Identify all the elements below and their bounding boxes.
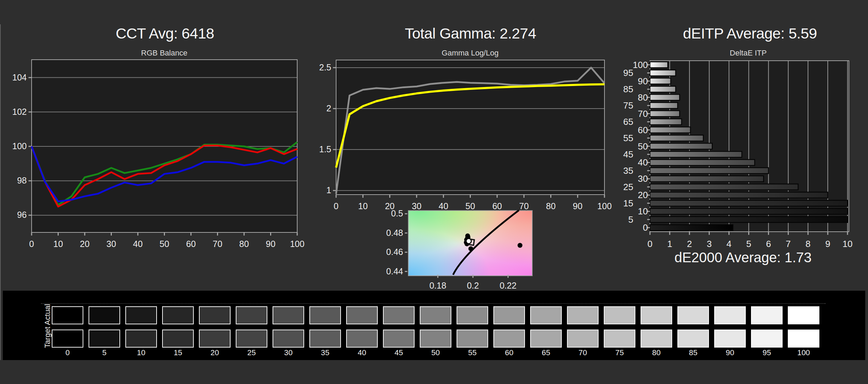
- svg-text:6: 6: [766, 239, 771, 249]
- strip-level-label: 75: [604, 348, 635, 357]
- swatch-actual-15: [162, 306, 194, 324]
- svg-text:25: 25: [623, 182, 633, 192]
- strip-level-label: 65: [530, 348, 562, 357]
- rgb-balance-chart: 96981001021040102030405060708090100: [12, 60, 304, 249]
- strip-level-label: 30: [273, 348, 304, 357]
- svg-text:10: 10: [638, 206, 648, 216]
- swatch-actual-50: [420, 306, 451, 324]
- strip-level-label: 70: [567, 348, 599, 357]
- strip-level-label: 10: [125, 348, 157, 357]
- swatch-target-25: [236, 330, 267, 348]
- strip-level-label: 15: [162, 348, 194, 357]
- deltae-bar-50: [650, 143, 712, 149]
- gamma-loglog-subtitle: Gamma Log/Log: [442, 49, 499, 58]
- strip-column-10: 10: [125, 291, 157, 360]
- svg-text:45: 45: [623, 149, 633, 160]
- svg-text:10: 10: [53, 239, 63, 249]
- strip-column-50: 50: [420, 291, 451, 360]
- svg-text:2.5: 2.5: [319, 62, 331, 72]
- svg-text:0.44: 0.44: [386, 266, 403, 276]
- strip-level-label: 80: [641, 348, 672, 357]
- rgb-balance-subtitle: RGB Balance: [141, 49, 187, 58]
- svg-text:15: 15: [623, 198, 633, 208]
- svg-text:0.5: 0.5: [391, 208, 403, 218]
- swatch-target-15: [162, 330, 194, 348]
- svg-text:96: 96: [17, 210, 27, 220]
- swatch-target-0: [52, 330, 83, 348]
- svg-text:75: 75: [623, 100, 633, 111]
- svg-text:95: 95: [623, 68, 633, 78]
- target-row-label: Target: [43, 327, 52, 348]
- de2000-average-label: dE2000 Average: 1.73: [674, 250, 811, 265]
- svg-text:40: 40: [133, 239, 143, 249]
- svg-text:5: 5: [628, 214, 633, 225]
- swatch-actual-95: [751, 306, 783, 324]
- window-edge-line: [0, 24, 1, 360]
- svg-text:65: 65: [623, 117, 633, 127]
- swatch-actual-35: [309, 306, 341, 324]
- svg-text:20: 20: [638, 190, 648, 200]
- svg-text:1.5: 1.5: [319, 144, 331, 154]
- svg-text:35: 35: [623, 165, 633, 176]
- gamma-chart: 11.522.50102030405060708090100: [319, 60, 612, 211]
- svg-text:102: 102: [12, 107, 27, 117]
- swatch-actual-5: [89, 306, 120, 324]
- svg-text:100: 100: [12, 141, 27, 151]
- deltae-bar-30: [650, 176, 763, 182]
- deltae-bar-15: [650, 200, 848, 206]
- svg-text:7: 7: [786, 239, 791, 249]
- svg-text:60: 60: [186, 239, 196, 249]
- swatch-target-90: [714, 330, 746, 348]
- svg-text:1: 1: [667, 239, 672, 249]
- svg-text:50: 50: [638, 141, 648, 152]
- swatch-actual-60: [493, 306, 525, 324]
- strip-level-label: 40: [346, 348, 378, 357]
- svg-text:80: 80: [239, 239, 249, 249]
- swatch-actual-0: [52, 306, 83, 324]
- total-gamma-title: Total Gamma: 2.274: [405, 25, 536, 42]
- deltae-bar-45: [650, 151, 742, 157]
- svg-text:0.18: 0.18: [429, 281, 446, 290]
- svg-text:2: 2: [687, 239, 692, 249]
- svg-text:1: 1: [326, 185, 331, 195]
- strip-column-75: 75: [604, 291, 635, 360]
- svg-text:0: 0: [648, 239, 652, 249]
- strip-column-80: 80: [641, 291, 672, 360]
- strip-level-label: 25: [236, 348, 267, 357]
- deltae-bar-65: [650, 119, 682, 125]
- strip-column-25: 25: [236, 291, 267, 360]
- strip-column-5: 5: [89, 291, 120, 360]
- svg-text:2: 2: [326, 103, 331, 113]
- svg-text:0: 0: [643, 222, 648, 233]
- svg-text:20: 20: [385, 201, 395, 211]
- swatch-actual-25: [236, 306, 267, 324]
- svg-text:100: 100: [290, 239, 304, 249]
- svg-text:20: 20: [80, 239, 90, 249]
- cie-chromaticity-diagram: [408, 210, 533, 276]
- strip-column-70: 70: [567, 291, 599, 360]
- swatch-target-10: [125, 330, 157, 348]
- rgb-balance-chart-series-blue: [32, 146, 297, 202]
- strip-level-label: 0: [52, 348, 83, 357]
- svg-text:60: 60: [638, 125, 648, 135]
- deltae-bar-60: [650, 127, 691, 133]
- deltae-bar-0: [650, 225, 733, 231]
- svg-text:98: 98: [17, 176, 27, 185]
- strip-column-60: 60: [493, 291, 525, 360]
- strip-column-45: 45: [383, 291, 415, 360]
- deltae-bar-100: [650, 62, 668, 68]
- svg-text:10: 10: [358, 201, 368, 211]
- swatch-actual-80: [641, 306, 672, 324]
- strip-level-label: 55: [457, 348, 488, 357]
- svg-text:104: 104: [12, 72, 27, 82]
- svg-text:30: 30: [638, 173, 648, 184]
- svg-text:80: 80: [546, 201, 556, 211]
- gamma-chart-series-measured: [336, 68, 604, 194]
- svg-text:0.22: 0.22: [500, 281, 517, 290]
- rgb-balance-chart-series-red: [32, 146, 297, 207]
- strip-level-label: 100: [788, 348, 819, 357]
- svg-text:55: 55: [623, 133, 633, 143]
- svg-text:40: 40: [439, 201, 448, 211]
- swatch-actual-10: [125, 306, 157, 324]
- svg-text:80: 80: [638, 92, 648, 103]
